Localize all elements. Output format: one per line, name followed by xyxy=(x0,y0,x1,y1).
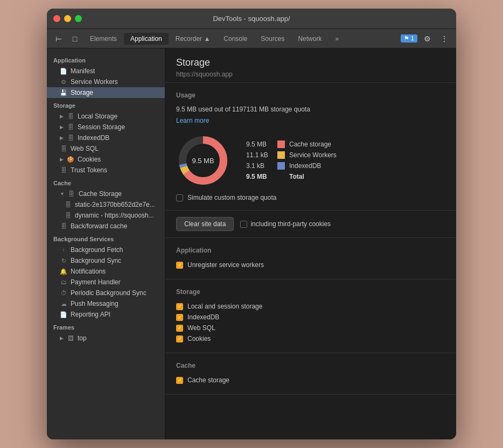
tab-application[interactable]: Application xyxy=(124,33,169,45)
maximize-button[interactable] xyxy=(75,15,82,22)
cache-storage-icon: 🗄 xyxy=(68,190,75,198)
sidebar-label-cache-static: static-2e1370bb652d2e7e... xyxy=(75,201,155,208)
local-session-storage-checkbox[interactable] xyxy=(176,303,183,310)
legend-item-total: 9.5 MB Total xyxy=(246,173,337,180)
indexeddb-item: IndexedDB xyxy=(176,312,445,323)
legend-item-sw: 11.1 kB Service Workers xyxy=(246,151,337,159)
settings-icon[interactable]: ⚙ xyxy=(420,31,435,46)
cache-storage-item: Cache storage xyxy=(176,375,445,386)
sidebar-label-cookies: Cookies xyxy=(78,156,101,163)
tab-network[interactable]: Network xyxy=(291,33,328,45)
sidebar-item-cache-dynamic[interactable]: 🗄 dynamic - https://squoosh... xyxy=(47,210,165,221)
legend-sw-value: 11.1 kB xyxy=(246,151,273,159)
sidebar-label-local-storage: Local Storage xyxy=(78,113,117,120)
sidebar-item-storage[interactable]: 💾 Storage xyxy=(47,87,165,98)
sidebar-label-websql: Web SQL xyxy=(71,145,99,152)
usage-section: Usage 9.5 MB used out of 1197131 MB stor… xyxy=(165,83,456,211)
frame-icon: 🖼 xyxy=(67,334,74,342)
learn-more-link[interactable]: Learn more xyxy=(176,117,209,124)
cursor-icon[interactable]: ⊢ xyxy=(51,31,66,46)
sidebar-item-push-messaging[interactable]: ☁ Push Messaging xyxy=(47,298,165,309)
cache-dynamic-icon: 🗄 xyxy=(64,212,72,219)
arrow-icon: ▶ xyxy=(60,135,64,141)
legend-sw-name: Service Workers xyxy=(289,151,337,159)
sidebar-item-service-workers[interactable]: ⚙ Service Workers xyxy=(47,76,165,87)
page-url: https://squoosh.app xyxy=(176,71,445,78)
sidebar-item-top-frame[interactable]: ▶ 🖼 top xyxy=(47,333,165,344)
tab-sources[interactable]: Sources xyxy=(254,33,291,45)
sidebar-item-indexeddb[interactable]: ▶ 🗄 IndexedDB xyxy=(47,132,165,143)
sidebar-label-cache-storage: Cache Storage xyxy=(79,190,122,198)
sidebar-label-push-messaging: Push Messaging xyxy=(71,300,118,307)
usage-description: 9.5 MB used out of 1197131 MB storage qu… xyxy=(176,106,445,113)
unregister-sw-label: Unregister service workers xyxy=(187,261,264,269)
cookies-checkbox[interactable] xyxy=(176,335,183,342)
sidebar-item-notifications[interactable]: 🔔 Notifications xyxy=(47,266,165,277)
usage-section-title: Usage xyxy=(176,92,445,99)
sidebar-item-cache-storage[interactable]: ▼ 🗄 Cache Storage xyxy=(47,188,165,199)
legend-cache-value: 9.5 MB xyxy=(246,141,273,148)
indexeddb-checkbox[interactable] xyxy=(176,314,183,321)
sidebar-label-back-forward-cache: Back/forward cache xyxy=(71,222,127,230)
legend-sw-color xyxy=(277,151,285,159)
unregister-sw-checkbox[interactable] xyxy=(176,262,183,269)
tab-more[interactable]: » xyxy=(329,33,345,45)
usage-legend: 9.5 MB Cache storage 11.1 kB Service Wor… xyxy=(246,141,337,180)
legend-cache-color xyxy=(277,141,285,148)
payment-icon: 🗂 xyxy=(60,278,67,286)
local-session-storage-item: Local and session storage xyxy=(176,301,445,312)
sidebar-item-manifest[interactable]: 📄 Manifest xyxy=(47,66,165,76)
sidebar-item-trust-tokens[interactable]: 🗄 Trust Tokens xyxy=(47,165,165,176)
legend-total-value: 9.5 MB xyxy=(246,173,273,180)
sidebar-item-cookies[interactable]: ▶ 🍪 Cookies xyxy=(47,154,165,165)
devtools-icon[interactable]: □ xyxy=(67,31,82,46)
cookies-icon: 🍪 xyxy=(67,156,74,163)
third-party-checkbox[interactable] xyxy=(240,221,247,228)
sidebar-label-notifications: Notifications xyxy=(71,268,106,275)
unregister-sw-item: Unregister service workers xyxy=(176,260,445,270)
storage-icon: 💾 xyxy=(60,89,67,96)
sidebar: Application 📄 Manifest ⚙ Service Workers… xyxy=(47,48,165,439)
sidebar-section-application: Application xyxy=(47,53,165,66)
arrow-icon: ▶ xyxy=(60,114,64,119)
local-storage-icon: 🗄 xyxy=(67,113,74,120)
tab-console[interactable]: Console xyxy=(217,33,254,45)
third-party-label: including third-party cookies xyxy=(250,220,331,228)
sidebar-label-payment-handler: Payment Handler xyxy=(71,278,121,286)
sidebar-label-storage: Storage xyxy=(71,89,93,96)
application-subsection: Application Unregister service workers xyxy=(165,238,456,279)
sidebar-item-local-storage[interactable]: ▶ 🗄 Local Storage xyxy=(47,111,165,122)
cache-storage-checkbox[interactable] xyxy=(176,377,183,384)
sidebar-item-back-forward-cache[interactable]: 🗄 Back/forward cache xyxy=(47,221,165,232)
third-party-cookies-row: including third-party cookies xyxy=(240,220,331,228)
tab-elements[interactable]: Elements xyxy=(83,33,123,45)
indexeddb-icon: 🗄 xyxy=(67,134,74,142)
donut-chart: 9.5 MB xyxy=(176,134,230,187)
clear-site-data-button[interactable]: Clear site data xyxy=(176,217,234,231)
sidebar-item-cache-static[interactable]: 🗄 static-2e1370bb652d2e7e... xyxy=(47,199,165,210)
titlebar: DevTools - squoosh.app/ xyxy=(47,9,456,29)
websql-label: Web SQL xyxy=(187,324,215,332)
sidebar-item-bg-fetch[interactable]: ↑ Background Fetch xyxy=(47,244,165,255)
legend-item-idb: 3.1 kB IndexedDB xyxy=(246,162,337,170)
sidebar-item-periodic-bg-sync[interactable]: ⏱ Periodic Background Sync xyxy=(47,288,165,298)
more-icon[interactable]: ⋮ xyxy=(437,31,452,46)
content-area: Storage https://squoosh.app Usage 9.5 MB… xyxy=(165,48,456,439)
legend-idb-name: IndexedDB xyxy=(289,162,321,170)
sidebar-item-bg-sync[interactable]: ↻ Background Sync xyxy=(47,255,165,266)
simulate-checkbox[interactable] xyxy=(176,194,183,201)
minimize-button[interactable] xyxy=(64,15,71,22)
sidebar-item-payment-handler[interactable]: 🗂 Payment Handler xyxy=(47,277,165,288)
sidebar-label-session-storage: Session Storage xyxy=(78,123,125,131)
close-button[interactable] xyxy=(53,15,60,22)
sidebar-item-reporting-api[interactable]: 📄 Reporting API xyxy=(47,309,165,320)
legend-total-color xyxy=(277,173,285,180)
sidebar-item-websql[interactable]: 🗄 Web SQL xyxy=(47,143,165,154)
indexeddb-label: IndexedDB xyxy=(187,313,219,321)
periodic-bg-sync-icon: ⏱ xyxy=(60,289,67,297)
sidebar-item-session-storage[interactable]: ▶ 🗄 Session Storage xyxy=(47,122,165,132)
websql-checkbox[interactable] xyxy=(176,325,183,332)
tab-recorder[interactable]: Recorder ▲ xyxy=(169,33,217,45)
badge[interactable]: ⚑ 1 xyxy=(401,34,417,43)
trust-tokens-icon: 🗄 xyxy=(60,166,67,174)
